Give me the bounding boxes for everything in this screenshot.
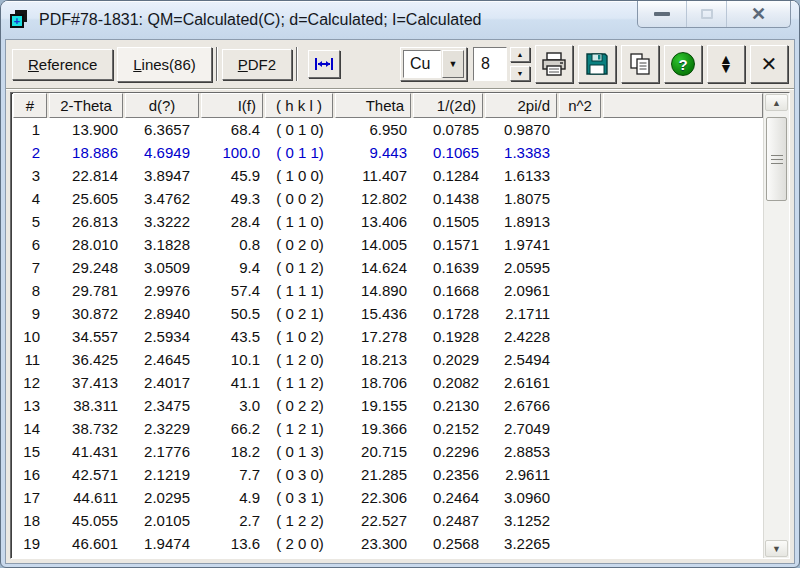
- toolbar-right: Cu ▼ 8 ▲ ▼: [400, 45, 788, 83]
- cell: 42.571: [49, 463, 125, 486]
- cell: 0.2082: [413, 371, 485, 394]
- cell: [603, 302, 763, 325]
- vertical-scrollbar[interactable]: ▲ ▼: [763, 93, 789, 558]
- tab-lines[interactable]: Lines(86): [117, 47, 212, 82]
- column-header-intensity[interactable]: I(f): [201, 93, 263, 118]
- anode-combobox[interactable]: Cu ▼: [400, 47, 467, 81]
- cell: 13: [13, 394, 49, 417]
- column-header-index[interactable]: #: [13, 93, 47, 118]
- tab-label: DF2: [248, 56, 276, 73]
- column-header-2pi-d[interactable]: 2pi/d: [485, 93, 557, 118]
- cell: 12: [13, 371, 49, 394]
- table-row[interactable]: 930.8722.894050.5( 0 2 1)15.4360.17282.1…: [13, 302, 763, 325]
- column-header-d[interactable]: d(?): [125, 93, 199, 118]
- cell: 34.557: [49, 325, 125, 348]
- table-row[interactable]: 729.2483.05099.4( 0 1 2)14.6240.16392.05…: [13, 256, 763, 279]
- card-front-icon: +: [10, 14, 24, 28]
- cell: [559, 440, 603, 463]
- cell: ( 0 0 2): [265, 187, 335, 210]
- cell: 2.4017: [125, 371, 201, 394]
- table-row[interactable]: 829.7812.997657.4( 1 1 1)14.8900.16682.0…: [13, 279, 763, 302]
- table-row[interactable]: 1237.4132.401741.1( 1 1 2)18.7060.20822.…: [13, 371, 763, 394]
- table-row[interactable]: 1541.4312.177618.2( 0 1 3)20.7150.22962.…: [13, 440, 763, 463]
- window-body: Reference Lines(86) PDF2: [5, 39, 795, 564]
- close-x-icon: ✕: [761, 54, 778, 74]
- table-row[interactable]: 425.6053.476249.3( 0 0 2)12.8020.14381.8…: [13, 187, 763, 210]
- cell: 3.2265: [485, 532, 559, 555]
- cell: [559, 325, 603, 348]
- tab-reference[interactable]: Reference: [12, 49, 113, 80]
- cell: 18.213: [335, 348, 413, 371]
- column-header-n2[interactable]: n^2: [559, 93, 601, 118]
- cell: ( 1 0 0): [265, 164, 335, 187]
- cell: 3.1828: [125, 233, 201, 256]
- cell: 2.6161: [485, 371, 559, 394]
- cell: 6.3657: [125, 118, 201, 141]
- cell: 2.0105: [125, 509, 201, 532]
- table-row[interactable]: 322.8143.894745.9( 1 0 0)11.4070.12841.6…: [13, 164, 763, 187]
- cell: 1.3383: [485, 141, 559, 164]
- table-row[interactable]: 1845.0552.01052.7( 1 2 2)22.5270.24873.1…: [13, 509, 763, 532]
- cell: 2.7049: [485, 417, 559, 440]
- table-row[interactable]: 1136.4252.464510.1( 1 2 0)18.2130.20292.…: [13, 348, 763, 371]
- spinner-buttons: ▲ ▼: [510, 47, 530, 81]
- tab-label: L: [133, 56, 141, 73]
- table-row[interactable]: 628.0103.18280.8( 0 2 0)14.0050.15711.97…: [13, 233, 763, 256]
- tab-pdf2[interactable]: PDF2: [222, 49, 292, 80]
- table-row[interactable]: 1338.3112.34753.0( 0 2 2)19.1550.21302.6…: [13, 394, 763, 417]
- cell: 0.2296: [413, 440, 485, 463]
- scroll-up-button[interactable]: ▲: [765, 94, 788, 111]
- cell: 0.2464: [413, 486, 485, 509]
- cell: ( 0 1 0): [265, 118, 335, 141]
- table-row[interactable]: 1946.6011.947413.6( 2 0 0)23.3000.25683.…: [13, 532, 763, 555]
- window-card-icon: +: [9, 9, 31, 31]
- table-row[interactable]: 526.8133.322228.4( 1 1 0)13.4060.15051.8…: [13, 210, 763, 233]
- cell: ( 1 2 0): [265, 348, 335, 371]
- close-icon: ✕: [751, 5, 766, 23]
- close-window-button[interactable]: ✕: [726, 1, 790, 27]
- title-bar: + PDF#78-1831: QM=Calculated(C); d=Calcu…: [1, 1, 799, 39]
- column-header-hkl[interactable]: ( h k l ): [265, 93, 333, 118]
- cell: [559, 394, 603, 417]
- digits-spinner[interactable]: 8 ▲ ▼: [473, 47, 530, 81]
- copy-pages-icon: [628, 52, 652, 76]
- print-button[interactable]: [535, 45, 573, 83]
- save-button[interactable]: [578, 45, 616, 83]
- cell: [603, 210, 763, 233]
- spin-up-button[interactable]: ▲: [510, 47, 530, 62]
- sort-toggle-button[interactable]: ▲ ▼: [707, 45, 745, 83]
- table-row[interactable]: 218.8864.6949100.0( 0 1 1)9.4430.10651.3…: [13, 141, 763, 164]
- fit-width-button[interactable]: [308, 50, 340, 78]
- column-header-2theta[interactable]: 2-Theta: [49, 93, 123, 118]
- scrollbar-thumb[interactable]: [766, 117, 787, 201]
- table-row[interactable]: 1642.5712.12197.7( 0 3 0)21.2850.23562.9…: [13, 463, 763, 486]
- help-button[interactable]: ?: [664, 45, 702, 83]
- minimize-button[interactable]: [638, 1, 686, 27]
- cell: 16: [13, 463, 49, 486]
- cell: [559, 509, 603, 532]
- cell: [603, 371, 763, 394]
- copy-button[interactable]: [621, 45, 659, 83]
- cell: 13.406: [335, 210, 413, 233]
- cell: 19.366: [335, 417, 413, 440]
- table-row[interactable]: 1744.6112.02954.9( 0 3 1)22.3060.24643.0…: [13, 486, 763, 509]
- column-header-theta[interactable]: Theta: [335, 93, 411, 118]
- cell: 2.3475: [125, 394, 201, 417]
- scroll-down-button[interactable]: ▼: [765, 540, 788, 557]
- column-header-1-2d[interactable]: 1/(2d): [413, 93, 483, 118]
- spin-down-button[interactable]: ▼: [510, 66, 530, 81]
- cell: 2.8853: [485, 440, 559, 463]
- maximize-button[interactable]: [686, 1, 726, 27]
- close-card-button[interactable]: ✕: [750, 45, 788, 83]
- cell: 0.1284: [413, 164, 485, 187]
- scrollbar-track[interactable]: [764, 201, 789, 540]
- cell: [559, 348, 603, 371]
- table-row[interactable]: 1438.7322.322966.2( 1 2 1)19.3660.21522.…: [13, 417, 763, 440]
- table-row[interactable]: 1034.5572.593443.5( 1 0 2)17.2780.19282.…: [13, 325, 763, 348]
- cell: [559, 210, 603, 233]
- combo-dropdown-button[interactable]: ▼: [442, 50, 464, 78]
- printer-icon: [541, 52, 567, 76]
- maximize-icon: [701, 9, 713, 19]
- cell: 2.1219: [125, 463, 201, 486]
- table-row[interactable]: 113.9006.365768.4( 0 1 0)6.9500.07850.98…: [13, 118, 763, 141]
